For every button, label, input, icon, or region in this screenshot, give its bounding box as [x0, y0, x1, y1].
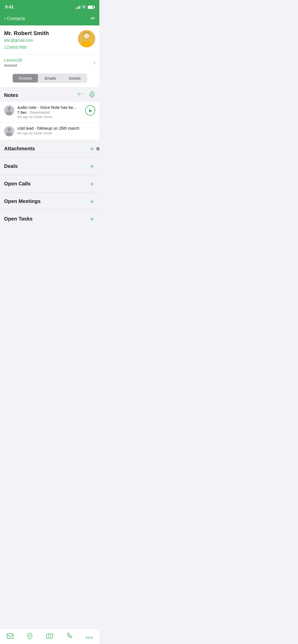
deals-title: Deals: [4, 163, 18, 169]
svg-text:+: +: [81, 92, 83, 96]
open-tasks-section: Open Tasks ＋: [0, 210, 99, 227]
notes-header: Notes T + +: [0, 87, 99, 102]
back-label: Contacts: [7, 16, 25, 21]
play-icon: ▶: [89, 108, 92, 113]
status-icons: [76, 5, 94, 9]
account-row[interactable]: Lemon26 Account ›: [0, 54, 99, 71]
account-label: Account: [4, 63, 22, 67]
text-add-icon[interactable]: T +: [77, 91, 85, 99]
voice-add-icon[interactable]: +: [89, 91, 95, 99]
note-avatar-image: [4, 105, 14, 115]
wifi-icon: [82, 5, 86, 9]
notes-section: Notes T + +: [0, 87, 99, 140]
open-tasks-title: Open Tasks: [4, 216, 33, 222]
note-content: audio note - Voice Note has be... 7 Sec …: [17, 105, 82, 119]
note-item: audio note - Voice Note has be... 7 Sec …: [0, 102, 99, 123]
avatar-image: [78, 30, 95, 47]
contact-name: Mr. Robert Smith: [4, 30, 78, 37]
avatar: [78, 30, 95, 47]
battery-icon: [88, 6, 94, 9]
open-calls-title: Open Calls: [4, 181, 31, 187]
note-avatar: [4, 126, 14, 136]
account-name: Lemon26: [4, 58, 22, 63]
contact-header: Mr. Robert Smith abc@gmail.com 123456789…: [0, 25, 99, 54]
svg-rect-6: [91, 92, 93, 95]
note-avatar-image: [4, 126, 14, 136]
status-bar: 9:41: [0, 0, 99, 13]
back-button[interactable]: ‹ Contacts: [4, 16, 25, 21]
contact-info: Mr. Robert Smith abc@gmail.com 123456789…: [4, 30, 78, 50]
main-content: Notes T + +: [0, 87, 99, 253]
open-calls-section: Open Calls ＋: [0, 175, 99, 192]
note-meta: 7 Sec - Downloaded: [17, 110, 82, 114]
note-item: cold lead - followup on 26th march 8m ag…: [0, 123, 99, 140]
attachments-title: Attachments: [4, 146, 35, 152]
open-tasks-add-button[interactable]: ＋: [89, 214, 95, 223]
note-time: 8m ago by Sarah Jonas: [17, 115, 82, 119]
play-button[interactable]: ▶: [85, 105, 95, 115]
notes-actions: T + +: [77, 91, 95, 99]
note-time: 8m ago by Sarah Jonas: [17, 131, 95, 135]
svg-point-3: [84, 33, 89, 38]
open-meetings-section: Open Meetings ＋: [0, 193, 99, 210]
nav-bar: ‹ Contacts ✏: [0, 13, 99, 25]
open-calls-add-button[interactable]: ＋: [89, 179, 95, 188]
deals-add-button[interactable]: ＋: [89, 162, 95, 171]
tabs-container: Related Emails Details: [0, 71, 99, 87]
open-meetings-title: Open Meetings: [4, 198, 40, 204]
tabs: Related Emails Details: [12, 74, 87, 83]
scroll-indicator: [96, 147, 99, 151]
tab-related[interactable]: Related: [13, 74, 38, 82]
contact-phone[interactable]: 1234567890: [4, 45, 78, 50]
signal-icon: [76, 5, 80, 9]
note-avatar: [4, 105, 14, 115]
back-chevron-icon: ‹: [4, 16, 6, 21]
contact-email[interactable]: abc@gmail.com: [4, 38, 78, 43]
attachments-section: Attachments ＋: [0, 140, 99, 157]
svg-point-1: [83, 32, 90, 39]
edit-button[interactable]: ✏: [91, 15, 95, 22]
note-title: audio note - Voice Note has be...: [17, 105, 82, 110]
note-content: cold lead - followup on 26th march 8m ag…: [17, 126, 95, 135]
notes-title: Notes: [4, 92, 18, 98]
notes-list: audio note - Voice Note has be... 7 Sec …: [0, 102, 99, 140]
note-title: cold lead - followup on 26th march: [17, 126, 95, 131]
svg-text:+: +: [93, 91, 95, 94]
chevron-right-icon: ›: [93, 60, 95, 66]
svg-point-2: [84, 33, 89, 38]
svg-text:T: T: [77, 92, 80, 97]
attachments-add-button[interactable]: ＋: [89, 144, 95, 153]
tab-emails[interactable]: Emails: [38, 74, 62, 82]
tab-details[interactable]: Details: [63, 74, 87, 82]
deals-section: Deals ＋: [0, 157, 99, 175]
open-meetings-add-button[interactable]: ＋: [89, 197, 95, 206]
status-time: 9:41: [5, 5, 14, 10]
